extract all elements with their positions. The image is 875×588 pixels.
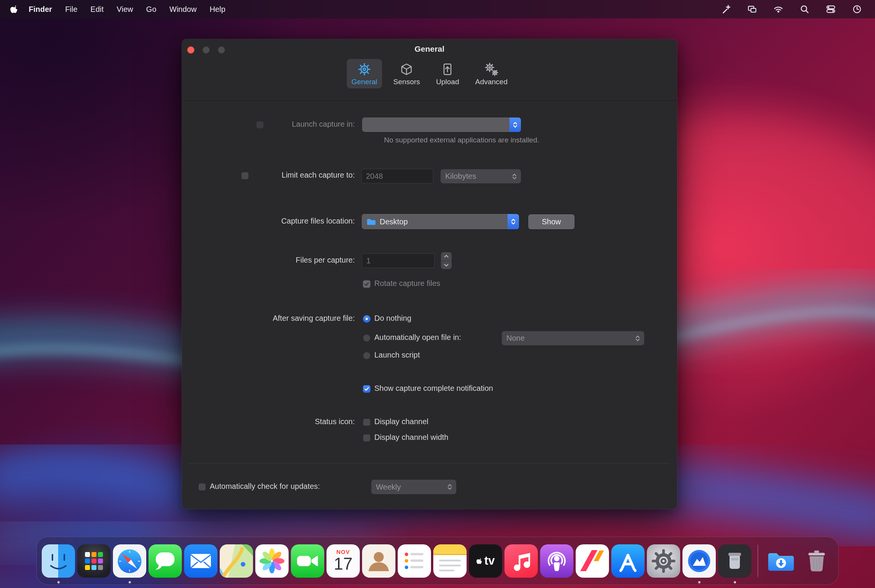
- rotate-files-checkbox[interactable]: [363, 280, 371, 288]
- stepper-down-icon[interactable]: [441, 261, 452, 270]
- popup-chevrons-icon: [508, 169, 521, 183]
- popup-chevrons-icon: [443, 480, 456, 494]
- display-channel-label: Display channel: [374, 417, 428, 426]
- windows-icon[interactable]: [747, 4, 757, 14]
- stepper-up-icon[interactable]: [441, 252, 452, 261]
- dock-item-messages[interactable]: [149, 544, 182, 578]
- check-updates-checkbox[interactable]: [198, 483, 206, 491]
- dock-item-safari[interactable]: [113, 544, 146, 578]
- tab-sensors[interactable]: Sensors: [389, 59, 425, 88]
- dock-item-contacts[interactable]: [362, 544, 395, 578]
- status-icon-label: Status icon:: [274, 417, 355, 426]
- menu-edit[interactable]: Edit: [84, 5, 110, 14]
- open-file-in-radio[interactable]: [363, 334, 371, 342]
- calendar-icon: NOV 17: [326, 544, 360, 578]
- menu-window[interactable]: Window: [163, 5, 203, 14]
- dock-item-facetime[interactable]: [291, 544, 324, 578]
- capture-size-field[interactable]: 2048: [361, 169, 433, 183]
- running-indicator: [129, 581, 131, 583]
- dock: NOV 17: [36, 537, 839, 585]
- control-center-icon[interactable]: [826, 4, 836, 14]
- dock-item-notes[interactable]: [433, 544, 467, 578]
- search-icon[interactable]: [800, 4, 810, 14]
- menu-go[interactable]: Go: [140, 5, 163, 14]
- music-icon: [504, 544, 538, 578]
- location-popup-value: Desktop: [380, 217, 408, 226]
- photos-icon: [255, 544, 289, 578]
- tab-advanced-label: Advanced: [475, 78, 508, 86]
- popup-chevrons-icon: [509, 118, 521, 132]
- capture-notification-checkbox[interactable]: [363, 385, 371, 393]
- apple-icon: [10, 5, 18, 14]
- menu-file[interactable]: File: [59, 5, 84, 14]
- display-channel-checkbox[interactable]: [363, 418, 371, 426]
- files-per-capture-stepper[interactable]: [441, 252, 452, 269]
- gear-icon: [357, 62, 372, 77]
- dock-item-news[interactable]: [576, 544, 609, 578]
- dock-item-app-store[interactable]: [611, 544, 645, 578]
- cube-icon: [399, 62, 414, 77]
- gears-icon: [484, 62, 499, 77]
- finder-icon: [42, 544, 75, 578]
- wifi-icon[interactable]: [773, 4, 784, 14]
- menu-view[interactable]: View: [110, 5, 140, 14]
- launch-capture-caption: No supported external applications are i…: [354, 136, 569, 144]
- limit-capture-checkbox[interactable]: [241, 172, 249, 180]
- launch-capture-popup[interactable]: [362, 118, 521, 132]
- dock-item-calendar[interactable]: NOV 17: [326, 544, 360, 578]
- tab-sensors-label: Sensors: [393, 78, 420, 86]
- show-button-label: Show: [542, 217, 561, 226]
- mail-icon: [184, 544, 217, 578]
- dock-item-trash[interactable]: [800, 544, 833, 578]
- capture-unit-value: Kilobytes: [445, 172, 476, 181]
- clock-icon[interactable]: [852, 4, 862, 14]
- menu-bar: Finder File Edit View Go Window Help: [0, 0, 875, 18]
- capture-unit-popup[interactable]: Kilobytes: [441, 169, 521, 183]
- dock-item-system-preferences[interactable]: [647, 544, 680, 578]
- do-nothing-label: Do nothing: [374, 314, 411, 323]
- dock-item-monitor-app[interactable]: [682, 544, 716, 578]
- dock-item-launchpad[interactable]: [77, 544, 111, 578]
- launch-capture-checkbox[interactable]: [256, 121, 264, 129]
- files-per-capture-field[interactable]: 1: [362, 253, 434, 268]
- open-file-in-label: Automatically open file in:: [374, 333, 461, 342]
- notes-icon: [433, 544, 467, 578]
- dock-item-capture-app[interactable]: [718, 544, 751, 578]
- limit-capture-label: Limit each capture to:: [251, 171, 355, 180]
- apple-menu[interactable]: [10, 5, 18, 14]
- after-saving-label: After saving capture file:: [235, 314, 355, 323]
- launch-script-radio[interactable]: [363, 352, 371, 359]
- dock-item-photos[interactable]: [255, 544, 289, 578]
- do-nothing-radio[interactable]: [363, 315, 371, 323]
- dock-item-mail[interactable]: [184, 544, 217, 578]
- location-popup[interactable]: Desktop: [362, 214, 519, 229]
- upload-icon: [440, 62, 455, 77]
- podcasts-icon: [540, 544, 573, 578]
- open-file-in-popup[interactable]: None: [502, 331, 644, 345]
- tab-advanced[interactable]: Advanced: [471, 59, 513, 88]
- dock-item-downloads[interactable]: [764, 544, 798, 578]
- files-per-capture-label: Files per capture:: [251, 256, 355, 265]
- update-frequency-value: Weekly: [376, 483, 401, 492]
- tab-general[interactable]: General: [347, 59, 382, 88]
- dock-item-reminders[interactable]: [398, 544, 431, 578]
- launch-capture-label: Launch capture in:: [271, 120, 355, 129]
- window-title: General: [182, 44, 677, 54]
- dock-item-finder[interactable]: [42, 544, 75, 578]
- preferences-window: General General Sensors: [182, 39, 677, 509]
- dock-item-maps[interactable]: [220, 544, 253, 578]
- wand-icon[interactable]: [721, 4, 731, 14]
- show-button[interactable]: Show: [528, 214, 575, 229]
- files-per-capture-value: 1: [366, 256, 371, 265]
- dock-item-music[interactable]: [504, 544, 538, 578]
- capture-notification-label: Show capture complete notification: [374, 384, 493, 393]
- menu-app-name[interactable]: Finder: [22, 5, 59, 14]
- dock-item-podcasts[interactable]: [540, 544, 573, 578]
- rotate-files-label: Rotate capture files: [374, 279, 440, 288]
- menu-help[interactable]: Help: [203, 5, 232, 14]
- display-channel-width-checkbox[interactable]: [363, 434, 371, 442]
- dock-item-tv[interactable]: tv: [469, 544, 502, 578]
- tab-upload[interactable]: Upload: [431, 59, 464, 88]
- preferences-toolbar: General Sensors Upload: [182, 59, 677, 88]
- update-frequency-popup[interactable]: Weekly: [371, 480, 456, 494]
